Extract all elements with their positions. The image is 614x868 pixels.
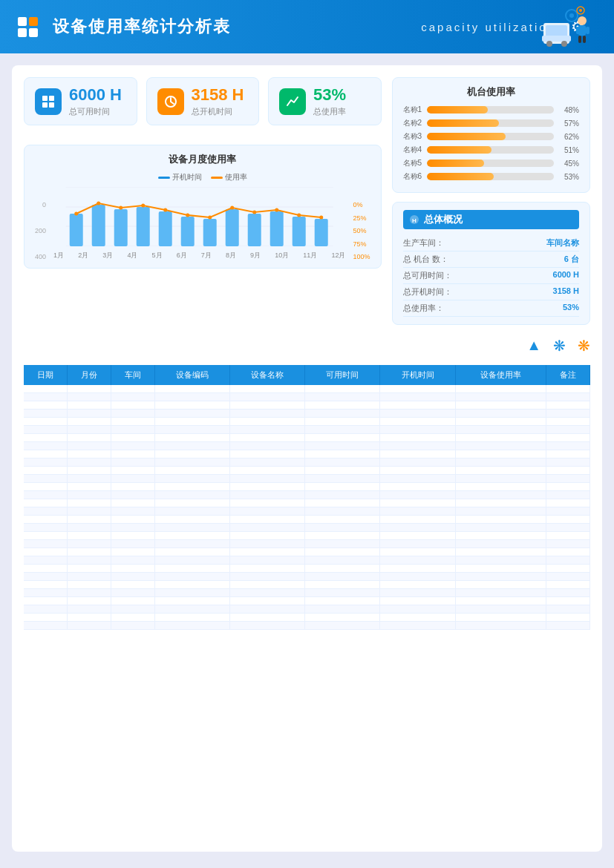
table-cell-4-7 [455,418,546,426]
table-cell-5-3 [155,426,230,434]
table-cell-10-6 [380,467,455,475]
table-cell-2-0 [24,401,67,410]
month-1: 1月 [53,251,64,260]
summary-val-2: 6 台 [564,254,579,265]
table-cell-8-4 [230,450,305,458]
machine-usage-panel: 机台使用率 名称1 48% 名称2 57% [392,77,591,193]
table-cell-15-3 [155,507,230,516]
month-4: 4月 [127,251,137,260]
table-cell-23-2 [111,573,154,581]
svg-rect-10 [583,36,586,43]
table-body [24,385,590,630]
table-cell-3-5 [305,410,380,418]
table-row [24,475,590,483]
table-cell-2-6 [380,401,455,410]
table-cell-16-1 [67,516,111,524]
table-cell-6-5 [305,434,380,442]
legend-runtime: 开机时间 [158,172,202,183]
table-cell-16-3 [155,516,230,524]
table-cell-29-3 [155,622,230,630]
summary-title: 总体概况 [424,213,463,226]
table-cell-21-7 [455,556,546,565]
table-cell-25-0 [24,589,67,597]
svg-point-37 [97,202,100,206]
summary-key-5: 总使用率： [403,303,444,314]
table-cell-11-2 [111,475,154,483]
table-cell-17-1 [67,524,111,532]
table-cell-5-4 [230,426,305,434]
table-row [24,418,590,426]
table-cell-21-8 [546,556,589,565]
table-cell-20-3 [155,548,230,556]
table-cell-4-5 [305,418,380,426]
table-cell-2-1 [67,401,111,410]
table-cell-10-1 [67,467,111,475]
table-cell-21-2 [111,556,154,565]
table-container: 日期 月份 车间 设备编码 设备名称 可用时间 开机时间 设备使用率 备注 [24,365,590,630]
machine-bar-bg-6 [427,173,555,180]
table-cell-23-6 [380,573,455,581]
table-row [24,410,590,418]
col-date: 日期 [24,365,67,385]
table-cell-3-6 [380,410,455,418]
machine-row-2: 名称2 57% [403,118,580,128]
chart-y-axis: 400 200 0 [35,201,49,260]
table-cell-4-6 [380,418,455,426]
table-cell-7-0 [24,442,67,450]
deco-icon-flower-2: ❋ [578,337,590,355]
table-cell-3-8 [546,410,589,418]
table-cell-22-3 [155,565,230,573]
machine-label-4: 名称4 [403,145,422,155]
table-cell-19-7 [455,540,546,548]
table-cell-4-2 [111,418,154,426]
table-cell-0-8 [546,385,589,393]
summary-val-5: 53% [563,303,579,314]
table-cell-10-5 [305,467,380,475]
col-workshop: 车间 [111,365,154,385]
table-row [24,385,590,393]
machine-bar-fill-5 [427,160,484,167]
machine-label-5: 名称5 [403,158,422,168]
table-cell-29-7 [455,622,546,630]
table-cell-18-5 [305,532,380,540]
table-cell-4-8 [546,418,589,426]
table-cell-25-3 [155,589,230,597]
table-cell-5-5 [305,426,380,434]
table-cell-7-8 [546,442,589,450]
table-cell-16-7 [455,516,546,524]
table-cell-23-7 [455,573,546,581]
table-row [24,581,590,589]
deco-icon-flower-1: ❋ [553,337,566,355]
table-cell-19-4 [230,540,305,548]
table-cell-24-4 [230,581,305,589]
table-cell-9-3 [155,458,230,467]
logo [18,17,38,37]
table-cell-17-4 [230,524,305,532]
table-cell-0-3 [155,385,230,393]
summary-row-4: 总开机时间： 3158 H [403,284,580,300]
machine-label-3: 名称3 [403,131,422,142]
table-cell-4-4 [230,418,305,426]
table-row [24,524,590,532]
table-cell-8-3 [155,450,230,458]
table-cell-26-5 [305,597,380,605]
table-cell-26-3 [155,597,230,605]
table-cell-9-8 [546,458,589,467]
table-cell-23-3 [155,573,230,581]
month-12: 12月 [331,251,345,260]
table-cell-12-3 [155,483,230,491]
table-cell-15-2 [111,507,154,516]
svg-rect-27 [137,207,150,246]
table-cell-29-5 [305,622,380,630]
table-cell-7-7 [455,442,546,450]
table-cell-6-8 [546,434,589,442]
table-row [24,507,590,516]
table-cell-27-8 [546,605,589,614]
table-cell-23-5 [305,573,380,581]
table-cell-28-0 [24,614,67,622]
table-cell-21-5 [305,556,380,565]
table-cell-25-5 [305,589,380,597]
stats-card-runtime: 3158 H 总开机时间 [146,77,260,125]
table-cell-4-1 [67,418,111,426]
month-2: 2月 [78,251,88,260]
